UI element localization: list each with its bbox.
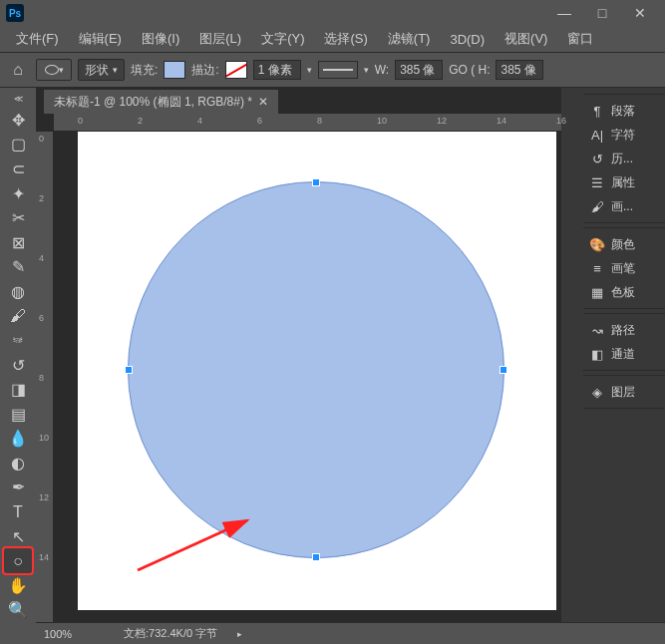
- panel-properties[interactable]: ☰属性: [583, 170, 665, 194]
- lasso-tool[interactable]: ⊂: [4, 157, 32, 181]
- panel-character[interactable]: A|字符: [583, 123, 665, 147]
- chevron-down-icon[interactable]: ▾: [307, 65, 312, 75]
- marquee-tool[interactable]: ▢: [4, 133, 32, 158]
- chevron-down-icon: ▾: [113, 65, 118, 75]
- crop-tool[interactable]: ✂: [4, 205, 32, 230]
- healing-brush-tool[interactable]: ◍: [4, 279, 32, 304]
- magic-wand-tool[interactable]: ✦: [4, 181, 32, 206]
- menu-type[interactable]: 文字(Y): [251, 30, 314, 48]
- brush-settings-icon: 🖌: [589, 198, 605, 214]
- fill-swatch[interactable]: [164, 61, 185, 79]
- close-tab-icon[interactable]: ✕: [258, 95, 268, 109]
- path-selection-tool[interactable]: ↖: [4, 524, 32, 549]
- height-field[interactable]: 385 像: [496, 60, 543, 80]
- chevron-down-icon: ▾: [59, 65, 64, 75]
- history-brush-tool[interactable]: ↺: [4, 353, 32, 378]
- maximize-button[interactable]: □: [583, 0, 621, 26]
- transform-handle-top[interactable]: [312, 178, 320, 186]
- ellipse-shape[interactable]: [128, 181, 504, 558]
- pen-tool[interactable]: ✒: [4, 476, 32, 500]
- close-button[interactable]: ✕: [621, 0, 659, 26]
- minimize-button[interactable]: —: [545, 0, 583, 26]
- swatches-icon: ▦: [589, 284, 605, 300]
- zoom-level[interactable]: 100%: [44, 628, 104, 640]
- tool-preset-picker[interactable]: ▾: [36, 59, 72, 81]
- menu-file[interactable]: 文件(F): [6, 30, 69, 48]
- color-icon: 🎨: [589, 236, 605, 252]
- document-size[interactable]: 文档:732.4K/0 字节: [124, 626, 217, 641]
- menu-window[interactable]: 窗口: [557, 30, 603, 48]
- width-label: W:: [375, 63, 389, 77]
- transform-handle-left[interactable]: [125, 366, 133, 374]
- toolbox: ≪ ✥ ▢ ⊂ ✦ ✂ ⊠ ✎ ◍ 🖌 ⎃ ↺ ◨ ▤ 💧 ◐ ✒ T ↖ ○ …: [0, 88, 36, 622]
- panel-channels[interactable]: ◧通道: [583, 342, 665, 366]
- ruler-horizontal[interactable]: 0 2 4 6 8 10 12 14 16: [54, 114, 561, 132]
- menu-image[interactable]: 图像(I): [132, 30, 189, 48]
- zoom-tool[interactable]: 🔍: [4, 598, 32, 623]
- document-area: 未标题-1 @ 100% (椭圆 1, RGB/8#) * ✕ 0 2 4 6 …: [36, 88, 561, 622]
- shape-tool[interactable]: ○: [4, 548, 32, 573]
- stroke-swatch[interactable]: [225, 61, 247, 79]
- clone-stamp-tool[interactable]: ⎃: [4, 328, 32, 353]
- document-tab[interactable]: 未标题-1 @ 100% (椭圆 1, RGB/8#) * ✕: [44, 90, 278, 114]
- menu-select[interactable]: 选择(S): [314, 30, 377, 48]
- properties-icon: ☰: [589, 174, 605, 190]
- ellipse-icon: [45, 65, 59, 75]
- panel-color[interactable]: 🎨颜色: [583, 232, 665, 256]
- options-bar: ⌂ ▾ 形状▾ 填充: 描边: 1 像素 ▾ ▾ W: 385 像 GO ( H…: [0, 52, 665, 88]
- fill-label: 填充:: [131, 62, 158, 79]
- panel-brush-settings[interactable]: 🖌画...: [583, 194, 665, 218]
- move-tool[interactable]: ✥: [4, 108, 32, 133]
- frame-tool[interactable]: ⊠: [4, 230, 32, 255]
- menu-filter[interactable]: 滤镜(T): [378, 30, 441, 48]
- blur-tool[interactable]: 💧: [4, 427, 32, 452]
- panels-column: ¶段落 A|字符 ↺历... ☰属性 🖌画... 🎨颜色 ≡画笔 ▦色板 ↝路径…: [583, 88, 665, 622]
- gradient-tool[interactable]: ▤: [4, 402, 32, 427]
- menu-edit[interactable]: 编辑(E): [69, 30, 132, 48]
- right-dock-strip[interactable]: [561, 88, 583, 622]
- canvas[interactable]: [78, 132, 556, 610]
- width-field[interactable]: 385 像: [395, 60, 443, 80]
- eraser-tool[interactable]: ◨: [4, 377, 32, 402]
- stroke-style-picker[interactable]: [318, 61, 358, 79]
- menu-layer[interactable]: 图层(L): [189, 30, 251, 48]
- menu-bar: 文件(F) 编辑(E) 图像(I) 图层(L) 文字(Y) 选择(S) 滤镜(T…: [0, 26, 665, 52]
- chevron-down-icon[interactable]: ▾: [364, 65, 369, 75]
- hand-tool[interactable]: ✋: [4, 573, 32, 598]
- document-tab-title: 未标题-1 @ 100% (椭圆 1, RGB/8#) *: [54, 94, 252, 111]
- brush-tool[interactable]: 🖌: [4, 304, 32, 329]
- panel-layers[interactable]: ◈图层: [583, 380, 665, 404]
- stroke-label: 描边:: [191, 62, 218, 79]
- panel-history[interactable]: ↺历...: [583, 147, 665, 170]
- transform-handle-right[interactable]: [499, 366, 507, 374]
- history-icon: ↺: [589, 151, 605, 166]
- type-tool[interactable]: T: [4, 499, 32, 524]
- character-icon: A|: [589, 127, 605, 143]
- panel-swatches[interactable]: ▦色板: [583, 280, 665, 304]
- transform-handle-bottom[interactable]: [312, 553, 320, 561]
- tool-mode-select[interactable]: 形状▾: [78, 59, 125, 81]
- document-tab-strip: 未标题-1 @ 100% (椭圆 1, RGB/8#) * ✕: [36, 88, 561, 114]
- chevron-right-icon[interactable]: ▸: [237, 629, 242, 639]
- home-button[interactable]: ⌂: [6, 58, 30, 82]
- ruler-vertical[interactable]: 0 2 4 6 8 10 12 14: [36, 132, 54, 622]
- canvas-viewport[interactable]: [54, 132, 561, 622]
- status-bar: 100% 文档:732.4K/0 字节 ▸: [36, 622, 665, 644]
- collapse-toolbar-icon[interactable]: ≪: [14, 94, 23, 104]
- tool-mode-label: 形状: [85, 62, 109, 79]
- paths-icon: ↝: [589, 322, 605, 338]
- eyedropper-tool[interactable]: ✎: [4, 254, 32, 279]
- link-label: GO ( H:: [449, 63, 490, 77]
- title-bar: Ps — □ ✕: [0, 0, 665, 26]
- panel-paragraph[interactable]: ¶段落: [583, 99, 665, 123]
- menu-view[interactable]: 视图(V): [495, 30, 557, 48]
- paragraph-icon: ¶: [589, 103, 605, 119]
- panel-paths[interactable]: ↝路径: [583, 318, 665, 342]
- brushes-icon: ≡: [589, 260, 605, 276]
- panel-brushes[interactable]: ≡画笔: [583, 256, 665, 280]
- menu-3d[interactable]: 3D(D): [440, 32, 495, 47]
- dodge-tool[interactable]: ◐: [4, 451, 32, 476]
- channels-icon: ◧: [589, 346, 605, 362]
- layers-icon: ◈: [589, 384, 605, 400]
- stroke-width-field[interactable]: 1 像素: [253, 60, 301, 80]
